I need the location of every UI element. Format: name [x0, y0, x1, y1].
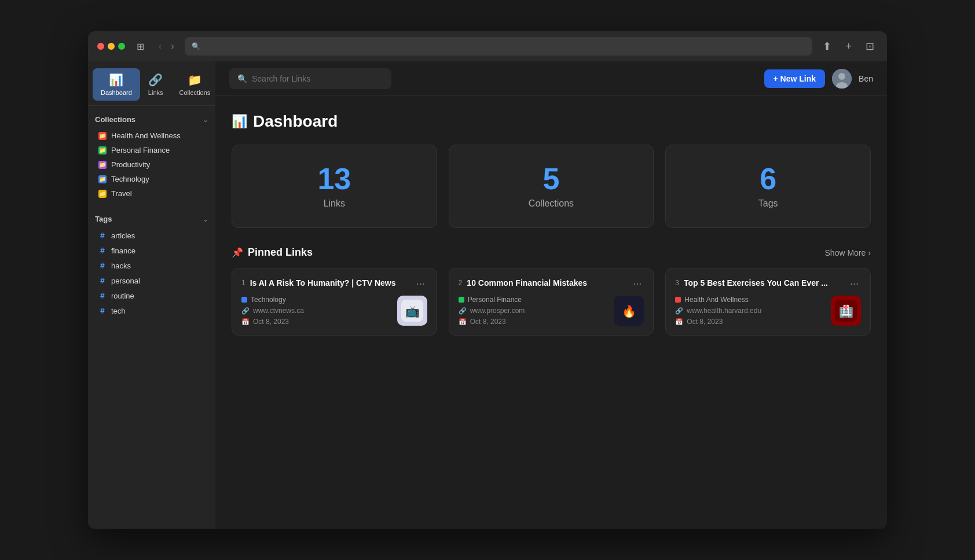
sidebar-nav-dashboard-label: Dashboard: [101, 89, 132, 96]
tag-tech-label: tech: [111, 307, 126, 315]
traffic-lights: [97, 43, 125, 50]
sidebar: 📊 Dashboard 🔗 Links 📁 Collections Collec…: [88, 61, 215, 529]
hash-icon: #: [98, 291, 107, 300]
link-card-2[interactable]: 2 10 Common Financial Mistakes ··· Perso…: [449, 268, 654, 336]
collections-section: Collections ⌄ 📁 Health And Wellness 📁 Pe…: [88, 106, 215, 205]
link-icon: 🔗: [459, 307, 467, 315]
link-card-3-num: 3: [675, 279, 679, 287]
calendar-icon: 📅: [459, 318, 467, 326]
new-link-label: + New Link: [774, 74, 816, 83]
link-card-2-body: Personal Finance 🔗 www.prosper.com 📅 Oct…: [459, 296, 644, 326]
link-card-3-url: 🔗 www.health.harvard.edu: [675, 307, 761, 315]
link-card-1-title: Is AI A Risk To Humanity? | CTV News: [250, 278, 409, 289]
collection-health-icon: 📁: [98, 132, 107, 140]
collection-travel-icon: 📁: [98, 190, 107, 198]
collection-health[interactable]: 📁 Health And Wellness: [95, 128, 208, 143]
collection-travel-label: Travel: [111, 189, 132, 198]
link-card-3[interactable]: 3 Top 5 Best Exercises You Can Ever ... …: [665, 268, 871, 336]
search-input[interactable]: [252, 74, 383, 83]
link-card-2-collection-label: Personal Finance: [468, 296, 522, 304]
tag-finance[interactable]: # finance: [95, 243, 208, 258]
search-icon: 🔍: [237, 74, 247, 83]
link-card-1-favicon: 📺: [397, 296, 427, 326]
collection-productivity-label: Productivity: [111, 160, 150, 169]
collection-technology[interactable]: 📁 Technology: [95, 172, 208, 186]
page-title-icon: 📊: [232, 114, 247, 129]
tag-routine[interactable]: # routine: [95, 288, 208, 303]
link-card-3-menu-button[interactable]: ···: [848, 278, 861, 290]
tags-header: Tags ⌄: [95, 215, 208, 223]
collection-technology-icon: 📁: [98, 175, 107, 183]
link-card-2-meta: Personal Finance 🔗 www.prosper.com 📅 Oct…: [459, 296, 525, 326]
tag-hacks[interactable]: # hacks: [95, 258, 208, 273]
link-card-1-meta: Technology 🔗 www.ctvnews.ca 📅 Oct 8, 202…: [241, 296, 304, 326]
pin-icon: 📌: [232, 247, 243, 258]
sidebar-item-collections-nav[interactable]: 📁 Collections: [171, 68, 215, 101]
stat-card-links: 13 Links: [232, 145, 437, 228]
minimize-button[interactable]: [108, 43, 115, 50]
tag-hacks-label: hacks: [111, 261, 131, 270]
forward-button[interactable]: ›: [167, 40, 177, 53]
sidebar-nav: 📊 Dashboard 🔗 Links 📁 Collections: [88, 61, 215, 106]
link-card-2-num: 2: [459, 279, 463, 287]
sidebar-item-links[interactable]: 🔗 Links: [140, 68, 171, 101]
maximize-button[interactable]: [118, 43, 125, 50]
link-card-1-body: Technology 🔗 www.ctvnews.ca 📅 Oct 8, 202…: [241, 296, 427, 326]
tag-tech[interactable]: # tech: [95, 303, 208, 318]
stat-card-tags: 6 Tags: [665, 145, 871, 228]
collection-finance[interactable]: 📁 Personal Finance: [95, 143, 208, 157]
link-card-2-collection: Personal Finance: [459, 296, 525, 304]
split-view-button[interactable]: ⊡: [862, 38, 878, 55]
sidebar-item-dashboard[interactable]: 📊 Dashboard: [93, 68, 140, 101]
search-bar[interactable]: 🔍: [229, 68, 391, 89]
tags-chevron[interactable]: ⌄: [203, 215, 208, 223]
link-card-2-url: 🔗 www.prosper.com: [459, 307, 525, 315]
tag-finance-label: finance: [111, 246, 135, 255]
link-card-2-title: 10 Common Financial Mistakes: [467, 278, 626, 289]
link-card-1-num: 1: [241, 279, 245, 287]
close-button[interactable]: [97, 43, 104, 50]
sidebar-nav-links-label: Links: [148, 89, 163, 96]
stat-collections-label: Collections: [529, 198, 574, 209]
links-icon: 🔗: [148, 73, 163, 87]
tags-section: Tags ⌄ # articles # finance # hacks #: [88, 205, 215, 323]
main-layout: 📊 Dashboard 🔗 Links 📁 Collections Collec…: [88, 61, 887, 529]
link-card-1-collection: Technology: [241, 296, 304, 304]
calendar-icon: 📅: [241, 318, 250, 326]
back-button[interactable]: ‹: [155, 40, 165, 53]
stat-collections-number: 5: [543, 164, 560, 194]
url-bar: 🔍: [185, 37, 813, 56]
link-card-2-menu-button[interactable]: ···: [631, 278, 644, 290]
collections-header: Collections ⌄: [95, 115, 208, 124]
svg-point-1: [838, 73, 845, 80]
sidebar-toggle-button[interactable]: ⊞: [132, 40, 148, 52]
new-link-button[interactable]: + New Link: [764, 69, 826, 88]
collection-dot-icon: [675, 297, 681, 303]
share-button[interactable]: ⬆: [819, 38, 835, 55]
show-more-label: Show More: [825, 248, 866, 257]
collection-productivity[interactable]: 📁 Productivity: [95, 157, 208, 172]
avatar: [832, 69, 852, 89]
link-card-2-date: 📅 Oct 8, 2023: [459, 318, 525, 326]
collection-travel[interactable]: 📁 Travel: [95, 186, 208, 201]
new-tab-button[interactable]: +: [842, 38, 855, 55]
stat-tags-number: 6: [760, 164, 776, 194]
page-title: Dashboard: [253, 112, 338, 131]
stat-tags-label: Tags: [758, 198, 778, 209]
link-card-1-date: 📅 Oct 8, 2023: [241, 318, 304, 326]
stat-links-number: 13: [317, 164, 351, 194]
collections-chevron[interactable]: ⌄: [203, 116, 208, 124]
link-card-3-collection: Health And Wellness: [675, 296, 761, 304]
svg-text:🏥: 🏥: [838, 304, 853, 318]
collection-finance-label: Personal Finance: [111, 146, 170, 154]
show-more-button[interactable]: Show More ›: [825, 248, 871, 257]
link-card-1-menu-button[interactable]: ···: [414, 278, 427, 290]
tag-personal[interactable]: # personal: [95, 273, 208, 288]
link-card-1[interactable]: 1 Is AI A Risk To Humanity? | CTV News ·…: [232, 268, 437, 336]
collection-health-label: Health And Wellness: [111, 131, 181, 140]
tags-section-title: Tags: [95, 215, 112, 223]
link-card-1-url: 🔗 www.ctvnews.ca: [241, 307, 304, 315]
link-icon: 🔗: [241, 307, 250, 315]
tag-articles[interactable]: # articles: [95, 228, 208, 243]
link-cards-row: 1 Is AI A Risk To Humanity? | CTV News ·…: [232, 268, 871, 336]
